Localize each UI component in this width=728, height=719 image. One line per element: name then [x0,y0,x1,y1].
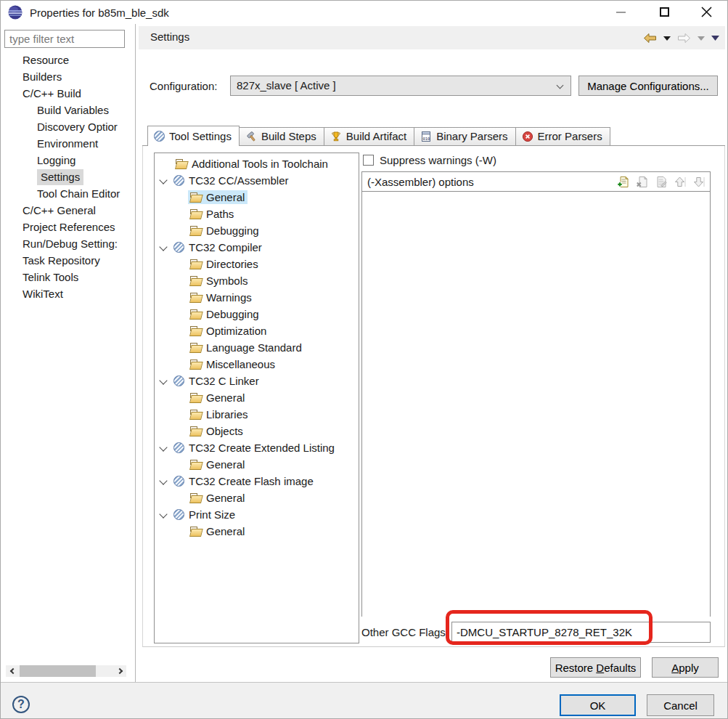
sidebar-item-task-repository[interactable]: Task Repository [1,252,135,269]
ok-button[interactable]: OK [560,694,636,716]
tab-binary-parsers[interactable]: 010 Binary Parsers [414,127,515,146]
view-menu-icon[interactable] [711,36,719,41]
maximize-button[interactable] [648,1,680,23]
folder-icon [189,426,202,436]
scrollbar-thumb[interactable] [20,665,96,677]
sidebar-item-discovery-options[interactable]: Discovery Optior [1,118,135,135]
chevron-down-icon[interactable] [159,243,167,251]
tree-item-additional-tools[interactable]: Additional Tools in Toolchain [155,155,359,172]
tree-item-general4[interactable]: General [155,490,359,506]
tree-item-symbols[interactable]: Symbols [155,272,359,289]
suppress-warnings-checkbox[interactable] [363,155,374,166]
assembler-options-header: (-Xassembler) options [362,172,710,192]
sidebar-item-wikitext[interactable]: WikiText [1,285,135,302]
trophy-icon [330,131,342,142]
tree-item-optimization[interactable]: Optimization [155,322,359,339]
sidebar-item-cpp-general[interactable]: C/C++ General [1,202,135,219]
tree-item-warnings[interactable]: Warnings [155,289,359,306]
manage-configurations-button[interactable]: Manage Configurations... [578,76,718,96]
tool-icon [173,242,184,253]
close-button[interactable] [690,1,722,23]
tree-item-debugging[interactable]: Debugging [155,222,359,239]
back-arrow-icon[interactable] [643,33,657,44]
tree-item-general5[interactable]: General [155,523,359,540]
chevron-down-icon[interactable] [159,476,167,484]
tree-item-general3[interactable]: General [155,456,359,473]
edit-option-icon[interactable] [655,176,667,188]
assembler-options-group: (-Xassembler) options [361,171,711,617]
page-header: Settings [139,26,725,49]
sidebar-item-build-variables[interactable]: Build Variables [1,102,135,118]
assembler-options-list[interactable] [362,192,710,617]
configuration-select[interactable]: 827x_slave [ Active ] [230,76,571,96]
add-option-icon[interactable] [617,176,629,188]
restore-defaults-button[interactable]: Restore Defaults [550,657,641,678]
sidebar-item-project-references[interactable]: Project References [1,219,135,235]
help-icon[interactable]: ? [12,696,30,713]
delete-option-icon[interactable] [636,176,648,188]
close-icon [701,7,712,17]
tree-item-paths[interactable]: Paths [155,206,359,222]
sidebar-item-telink-tools[interactable]: Telink Tools [1,269,135,285]
tab-error-parsers[interactable]: Error Parsers [515,127,610,146]
folder-icon [189,259,202,269]
eclipse-logo-icon [7,4,23,20]
chevron-down-icon [557,82,564,89]
sidebar-item-run-debug-settings[interactable]: Run/Debug Setting: [1,235,135,252]
tree-item-general[interactable]: General [155,189,359,206]
sidebar-item-builders[interactable]: Builders [1,68,135,85]
tab-tool-settings[interactable]: Tool Settings [147,126,240,146]
chevron-down-icon[interactable] [159,443,167,451]
sidebar-item-tool-chain-editor[interactable]: Tool Chain Editor [1,185,135,202]
tree-item-tc32-c-linker[interactable]: TC32 C Linker [155,373,359,389]
tab-build-artifact[interactable]: Build Artifact [324,127,414,146]
cancel-button[interactable]: Cancel [647,694,714,716]
maximize-icon [660,7,669,17]
tree-item-general2[interactable]: General [155,389,359,406]
back-history-dropdown-icon[interactable] [663,36,671,41]
tree-item-print-size[interactable]: Print Size [155,506,359,523]
sidebar-item-settings[interactable]: Settings [1,168,135,185]
move-up-icon[interactable] [674,176,686,188]
chevron-down-icon[interactable] [159,376,167,384]
filter-input[interactable] [4,30,125,48]
folder-icon [189,527,202,537]
error-icon [522,131,533,142]
configuration-label: Configuration: [150,80,217,92]
sidebar-item-environment[interactable]: Environment [1,135,135,152]
tree-item-tc32-create-flash-image[interactable]: TC32 Create Flash image [155,473,359,490]
apply-button[interactable]: Apply [652,657,719,678]
sidebar-item-resource[interactable]: Resource [1,52,135,68]
forward-arrow-icon[interactable] [677,33,691,44]
tree-item-objects[interactable]: Objects [155,423,359,439]
tree-item-libraries[interactable]: Libraries [155,406,359,423]
tool-icon [173,476,184,487]
tree-item-tc32-create-extended-listing[interactable]: TC32 Create Extended Listing [155,439,359,456]
minimize-button[interactable] [605,1,637,23]
tab-build-steps[interactable]: Build Steps [239,127,324,146]
tree-item-debugging2[interactable]: Debugging [155,306,359,322]
chevron-down-icon[interactable] [159,176,167,184]
folder-icon [189,226,202,236]
tree-item-miscellaneous[interactable]: Miscellaneous [155,356,359,373]
other-gcc-flags-label: Other GCC Flags [361,626,446,638]
chevron-down-icon[interactable] [159,510,167,518]
tool-icon [173,442,184,453]
tree-item-directories[interactable]: Directories [155,256,359,272]
tree-item-tc32-compiler[interactable]: TC32 Compiler [155,239,359,256]
sidebar-item-cpp-build[interactable]: C/C++ Build [1,85,135,102]
folder-icon [189,326,202,336]
folder-icon [175,159,187,169]
tree-item-tc32-cc-assembler[interactable]: TC32 CC/Assembler [155,172,359,189]
sidebar-item-logging[interactable]: Logging [1,152,135,168]
scroll-left-icon[interactable] [6,665,17,677]
scroll-right-icon[interactable] [115,665,126,677]
tree-item-language-standard[interactable]: Language Standard [155,339,359,356]
window-title: Properties for b85m_ble_sdk [30,7,169,19]
move-down-icon[interactable] [692,176,705,188]
folder-icon [189,309,202,320]
folder-icon [189,493,202,503]
other-gcc-flags-input[interactable] [451,622,711,643]
horizontal-scrollbar[interactable] [6,665,126,677]
forward-history-dropdown-icon[interactable] [698,36,705,41]
